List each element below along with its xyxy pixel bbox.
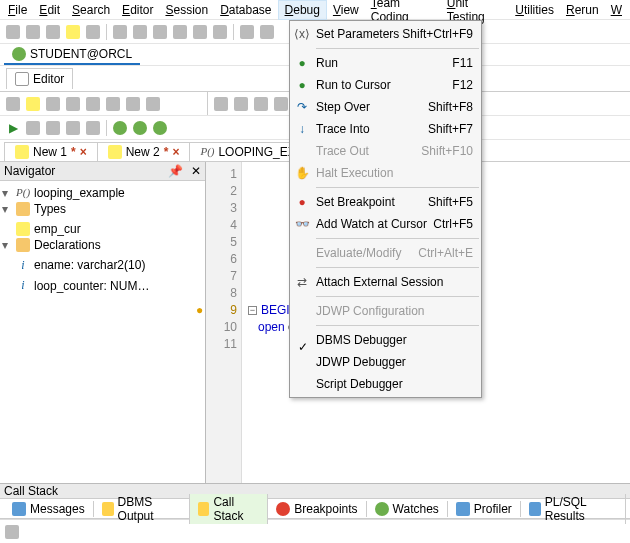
line-number[interactable]: 3 bbox=[206, 200, 237, 217]
menu-item-dbms-debugger[interactable]: DBMS Debugger bbox=[290, 329, 481, 351]
debug-toolbar-button[interactable] bbox=[84, 119, 102, 137]
bottom-tab-call-stack[interactable]: Call Stack bbox=[190, 494, 269, 524]
debug-menu: ⟨x⟩Set ParametersShift+Ctrl+F9●RunF11●Ru… bbox=[289, 20, 482, 398]
menu-w[interactable]: W bbox=[605, 1, 628, 19]
toolbar-button[interactable] bbox=[171, 23, 189, 41]
editor-toolbar-button[interactable] bbox=[212, 95, 230, 113]
toolbar-button[interactable] bbox=[24, 23, 42, 41]
tab-icon bbox=[375, 502, 389, 516]
bottom-tab-label: PL/SQL Results bbox=[545, 495, 617, 523]
menu-item-run-to-cursor[interactable]: ●Run to CursorF12 bbox=[290, 74, 481, 96]
menu-icon: ⇄ bbox=[294, 275, 310, 289]
menu-debug[interactable]: Debug bbox=[278, 0, 327, 20]
menu-item-run[interactable]: ●RunF11 bbox=[290, 52, 481, 74]
nav-toolbar-button[interactable] bbox=[64, 95, 82, 113]
nav-toolbar-button[interactable] bbox=[104, 95, 122, 113]
nav-toolbar-button[interactable] bbox=[4, 95, 22, 113]
tree-label: loop_counter: NUM… bbox=[34, 279, 149, 293]
line-number[interactable]: 6 bbox=[206, 251, 237, 268]
menubar: FileEditSearchEditorSessionDatabaseDebug… bbox=[0, 0, 630, 20]
close-icon[interactable]: × bbox=[80, 145, 87, 159]
bottom-tab-breakpoints[interactable]: Breakpoints bbox=[268, 501, 366, 517]
menu-shortcut: Ctrl+F5 bbox=[433, 217, 473, 231]
tree-item[interactable]: ▾Declarations bbox=[2, 238, 101, 252]
debug-toolbar-button[interactable] bbox=[44, 119, 62, 137]
nav-toolbar-button[interactable] bbox=[24, 95, 42, 113]
menu-edit[interactable]: Edit bbox=[33, 1, 66, 19]
menu-editor[interactable]: Editor bbox=[116, 1, 159, 19]
menu-session[interactable]: Session bbox=[159, 1, 214, 19]
bottom-tab-dbms-output[interactable]: DBMS Output bbox=[94, 494, 190, 524]
status-button[interactable] bbox=[3, 523, 21, 541]
tree-item[interactable]: ▾looping_example bbox=[2, 186, 125, 200]
menu-item-label: Trace Out bbox=[316, 144, 369, 158]
nav-toolbar-button[interactable] bbox=[144, 95, 162, 113]
menu-database[interactable]: Database bbox=[214, 1, 277, 19]
menu-file[interactable]: File bbox=[2, 1, 33, 19]
line-number[interactable]: 7 bbox=[206, 268, 237, 285]
editor-toolbar-button[interactable] bbox=[272, 95, 290, 113]
close-icon[interactable]: × bbox=[172, 145, 179, 159]
connection-tab[interactable]: STUDENT@ORCL bbox=[4, 45, 140, 65]
menu-search[interactable]: Search bbox=[66, 1, 116, 19]
debug-run-button[interactable]: ▶ bbox=[4, 119, 22, 137]
line-number[interactable]: 9 bbox=[206, 302, 237, 319]
toolbar-button[interactable] bbox=[64, 23, 82, 41]
pin-icon[interactable]: 📌 bbox=[168, 164, 183, 178]
toolbar-button[interactable] bbox=[84, 23, 102, 41]
line-number[interactable]: 8 bbox=[206, 285, 237, 302]
menu-item-set-breakpoint[interactable]: ●Set BreakpointShift+F5 bbox=[290, 191, 481, 213]
debug-toolbar-button[interactable] bbox=[151, 119, 169, 137]
line-number[interactable]: 10 bbox=[206, 319, 237, 336]
menu-item-add-watch-at-cursor[interactable]: 👓Add Watch at CursorCtrl+F5 bbox=[290, 213, 481, 235]
editor-toolbar-button[interactable] bbox=[232, 95, 250, 113]
toolbar-button[interactable] bbox=[238, 23, 256, 41]
toolbar-button[interactable] bbox=[211, 23, 229, 41]
tree-item[interactable]: ▾Types bbox=[2, 202, 66, 216]
tree-item[interactable]: iename: varchar2(10) bbox=[2, 258, 145, 273]
debug-toolbar-button[interactable] bbox=[131, 119, 149, 137]
menu-shortcut: Ctrl+Alt+E bbox=[418, 246, 473, 260]
toolbar-button[interactable] bbox=[131, 23, 149, 41]
nav-toolbar-button[interactable] bbox=[84, 95, 102, 113]
fold-icon[interactable]: − bbox=[248, 306, 257, 315]
menu-separator bbox=[316, 48, 479, 49]
bottom-tab-pl-sql-results[interactable]: PL/SQL Results bbox=[521, 494, 626, 524]
line-number[interactable]: 2 bbox=[206, 183, 237, 200]
bottom-tab-watches[interactable]: Watches bbox=[367, 501, 448, 517]
menu-utilities[interactable]: Utilities bbox=[509, 1, 560, 19]
debug-toolbar-button[interactable] bbox=[24, 119, 42, 137]
menu-item-set-parameters[interactable]: ⟨x⟩Set ParametersShift+Ctrl+F9 bbox=[290, 23, 481, 45]
doc-tab[interactable]: New 2 * × bbox=[97, 142, 191, 161]
toolbar-button[interactable] bbox=[258, 23, 276, 41]
debug-toolbar-button[interactable] bbox=[64, 119, 82, 137]
doc-tab[interactable]: New 1 * × bbox=[4, 142, 98, 161]
menu-item-evaluate-modify: Evaluate/ModifyCtrl+Alt+E bbox=[290, 242, 481, 264]
debug-toolbar-button[interactable] bbox=[111, 119, 129, 137]
tree-item[interactable]: emp_cur bbox=[2, 222, 81, 236]
line-number[interactable]: 1 bbox=[206, 166, 237, 183]
bottom-tab-profiler[interactable]: Profiler bbox=[448, 501, 521, 517]
editor-tab[interactable]: Editor bbox=[6, 68, 73, 89]
menu-item-script-debugger[interactable]: Script Debugger bbox=[290, 373, 481, 395]
menu-item-trace-into[interactable]: ↓Trace IntoShift+F7 bbox=[290, 118, 481, 140]
menu-item-attach-external-session[interactable]: ⇄Attach External Session bbox=[290, 271, 481, 293]
nav-toolbar-button[interactable] bbox=[124, 95, 142, 113]
editor-toolbar-button[interactable] bbox=[252, 95, 270, 113]
menu-rerun[interactable]: Rerun bbox=[560, 1, 605, 19]
line-number[interactable]: 4 bbox=[206, 217, 237, 234]
menu-item-jdwp-debugger[interactable]: JDWP Debugger bbox=[290, 351, 481, 373]
toolbar-button[interactable] bbox=[151, 23, 169, 41]
toolbar-button[interactable] bbox=[4, 23, 22, 41]
menu-view[interactable]: View bbox=[327, 1, 365, 19]
menu-item-step-over[interactable]: ↷Step OverShift+F8 bbox=[290, 96, 481, 118]
toolbar-button[interactable] bbox=[44, 23, 62, 41]
tree-item[interactable]: iloop_counter: NUM… bbox=[2, 278, 149, 293]
nav-toolbar-button[interactable] bbox=[44, 95, 62, 113]
close-icon[interactable]: ✕ bbox=[191, 164, 201, 178]
line-number[interactable]: 11 bbox=[206, 336, 237, 353]
line-number[interactable]: 5 bbox=[206, 234, 237, 251]
toolbar-button[interactable] bbox=[111, 23, 129, 41]
bottom-tab-messages[interactable]: Messages bbox=[4, 501, 94, 517]
toolbar-button[interactable] bbox=[191, 23, 209, 41]
